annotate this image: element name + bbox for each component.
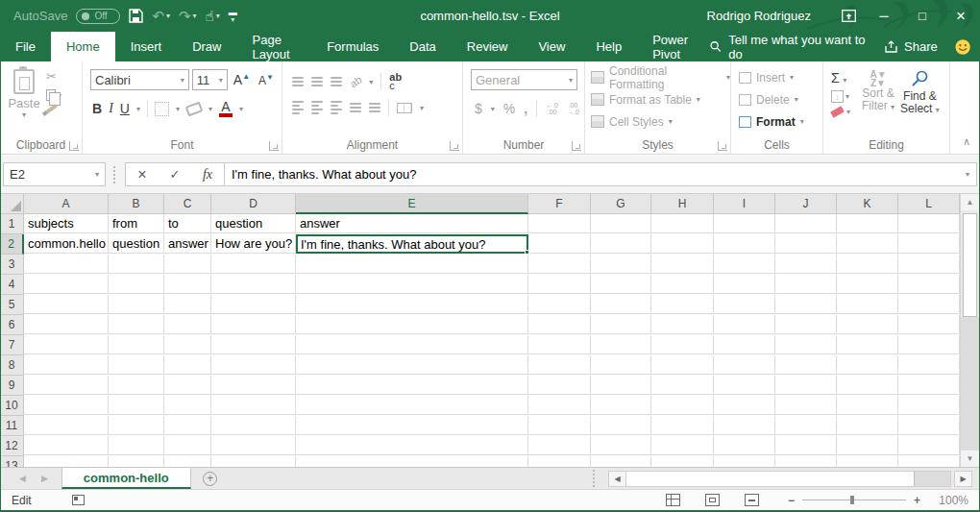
- column-header-J[interactable]: J: [775, 194, 837, 214]
- formula-bar-handle[interactable]: [113, 166, 117, 183]
- format-painter-button[interactable]: [46, 107, 58, 110]
- cell-K9[interactable]: [837, 376, 898, 395]
- zoom-in-icon[interactable]: +: [914, 494, 920, 507]
- cut-button[interactable]: ✂: [46, 69, 57, 84]
- cell-E3[interactable]: [296, 255, 528, 274]
- merge-center-button[interactable]: [397, 103, 412, 113]
- underline-caret-icon[interactable]: ▾: [136, 105, 140, 113]
- tab-review[interactable]: Review: [452, 32, 524, 61]
- undo-button[interactable]: ↶▾: [152, 8, 170, 25]
- tab-data[interactable]: Data: [394, 32, 451, 61]
- cell-L5[interactable]: [898, 295, 960, 314]
- cell-F5[interactable]: [528, 295, 591, 314]
- conditional-formatting-button[interactable]: Conditional Formatting▾: [591, 66, 730, 88]
- tab-page-layout[interactable]: Page Layout: [237, 32, 312, 61]
- cell-C8[interactable]: [164, 355, 211, 375]
- cell-L2[interactable]: [898, 234, 960, 254]
- cell-G13[interactable]: [591, 456, 651, 467]
- tab-formulas[interactable]: Formulas: [311, 32, 394, 61]
- cell-B5[interactable]: [109, 295, 164, 314]
- cell-G4[interactable]: [591, 275, 651, 294]
- cell-K2[interactable]: [837, 234, 898, 254]
- paste-button[interactable]: Paste ▾: [6, 69, 42, 119]
- cell-E13[interactable]: [296, 456, 528, 467]
- autosum-button[interactable]: Σ ▾: [831, 70, 856, 85]
- tell-me-search[interactable]: Tell me what you want to do: [710, 33, 868, 61]
- cell-H3[interactable]: [651, 255, 714, 274]
- row-header-2[interactable]: 2: [0, 234, 24, 255]
- cell-G1[interactable]: [591, 214, 651, 233]
- number-dialog-launcher[interactable]: [572, 141, 581, 151]
- number-format-combo[interactable]: General▾: [471, 69, 577, 90]
- scroll-down-icon[interactable]: ▼: [961, 451, 979, 467]
- row-header-10[interactable]: 10: [0, 396, 24, 416]
- hscroll-left-icon[interactable]: ◀: [608, 471, 626, 487]
- hscroll-right-icon[interactable]: ▶: [954, 471, 972, 487]
- cell-K1[interactable]: [837, 214, 898, 233]
- cell-I8[interactable]: [714, 355, 775, 375]
- cell-F8[interactable]: [528, 355, 591, 375]
- accounting-format-button[interactable]: $: [475, 101, 482, 116]
- cell-L6[interactable]: [898, 315, 960, 334]
- cell-J7[interactable]: [775, 335, 837, 354]
- cell-I9[interactable]: [714, 376, 775, 395]
- cell-D10[interactable]: [211, 396, 296, 415]
- cell-A6[interactable]: [24, 315, 109, 334]
- formula-input[interactable]: I'm fine, thanks. What about you? ▾: [225, 162, 977, 186]
- find-select-button[interactable]: Find &Select ▾: [900, 70, 940, 116]
- cell-G6[interactable]: [591, 315, 651, 334]
- font-size-combo[interactable]: 11▾: [192, 69, 228, 90]
- cell-C6[interactable]: [164, 315, 211, 334]
- cell-I12[interactable]: [714, 436, 775, 455]
- fill-color-icon[interactable]: [185, 101, 204, 116]
- cell-H11[interactable]: [651, 416, 714, 435]
- cell-I2[interactable]: [714, 234, 775, 254]
- cell-C4[interactable]: [164, 275, 211, 294]
- decrease-indent-button[interactable]: [350, 103, 361, 112]
- cell-I1[interactable]: [714, 214, 775, 233]
- cell-K4[interactable]: [837, 275, 898, 294]
- cell-C9[interactable]: [164, 376, 211, 395]
- cell-L12[interactable]: [898, 436, 960, 455]
- cell-F1[interactable]: [528, 214, 591, 233]
- cell-D3[interactable]: [211, 255, 296, 274]
- cell-L8[interactable]: [898, 355, 960, 375]
- cell-C5[interactable]: [164, 295, 211, 314]
- row-header-13[interactable]: 13: [0, 456, 24, 467]
- cell-G7[interactable]: [591, 335, 651, 354]
- cell-B6[interactable]: [109, 315, 164, 334]
- cell-K7[interactable]: [837, 335, 898, 354]
- cell-D11[interactable]: [211, 416, 296, 435]
- vertical-scrollbar[interactable]: ▲ ▼: [960, 194, 979, 467]
- cell-L10[interactable]: [898, 396, 960, 415]
- cell-D12[interactable]: [211, 436, 296, 455]
- format-cells-button[interactable]: Format▾: [739, 110, 822, 133]
- sheet-nav-left-icon[interactable]: ◀: [19, 474, 26, 483]
- clipboard-dialog-launcher[interactable]: [69, 141, 79, 151]
- align-right-button[interactable]: [331, 101, 342, 114]
- italic-button[interactable]: I: [109, 101, 113, 116]
- delete-cells-button[interactable]: Delete▾: [739, 88, 822, 110]
- cell-L11[interactable]: [898, 416, 960, 435]
- column-header-G[interactable]: G: [591, 194, 651, 214]
- fill-handle[interactable]: [525, 250, 529, 255]
- cell-B13[interactable]: [109, 456, 164, 467]
- cell-J8[interactable]: [775, 355, 837, 375]
- cell-H7[interactable]: [651, 335, 714, 354]
- cell-I11[interactable]: [714, 416, 775, 435]
- borders-icon[interactable]: [155, 102, 169, 116]
- select-all-button[interactable]: [0, 194, 24, 214]
- cell-H8[interactable]: [651, 355, 714, 375]
- cell-K12[interactable]: [837, 436, 898, 455]
- column-header-K[interactable]: K: [837, 194, 898, 214]
- shrink-font-button[interactable]: A▼: [256, 73, 277, 87]
- row-header-12[interactable]: 12: [0, 436, 24, 456]
- cell-I5[interactable]: [714, 295, 775, 314]
- user-name[interactable]: Rodrigo Rodriguez: [707, 9, 811, 23]
- cell-D5[interactable]: [211, 295, 296, 314]
- tab-help[interactable]: Help: [580, 32, 637, 61]
- cell-B12[interactable]: [109, 436, 164, 455]
- comma-style-button[interactable]: ,: [524, 101, 527, 116]
- cell-I3[interactable]: [714, 255, 775, 274]
- minimize-button[interactable]: ─: [865, 0, 903, 32]
